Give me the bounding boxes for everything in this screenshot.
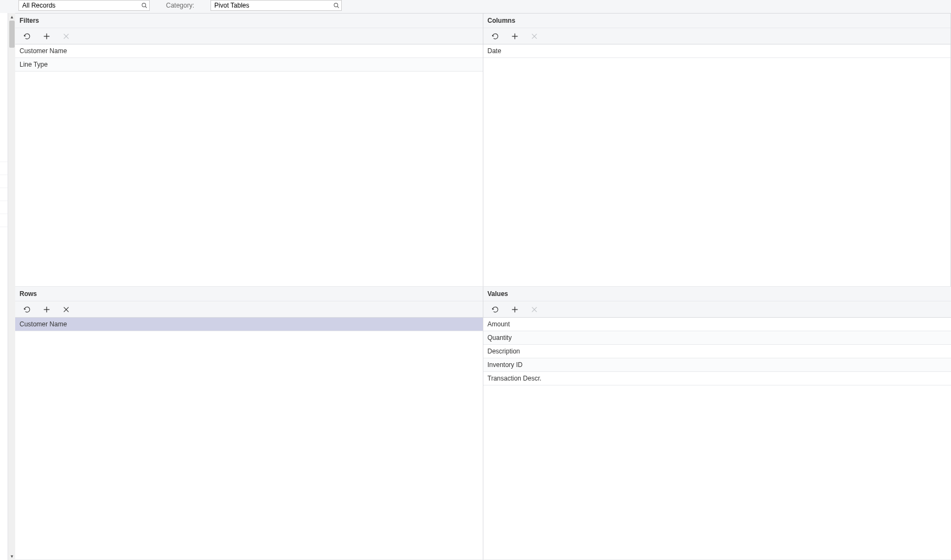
refresh-icon[interactable] xyxy=(23,305,31,314)
scroll-thumb[interactable] xyxy=(9,21,15,48)
filters-body: Customer NameLine Type xyxy=(15,44,483,286)
svg-line-1 xyxy=(145,7,147,8)
columns-body: Date xyxy=(483,44,951,286)
category-input-wrapper xyxy=(210,0,342,11)
scroll-down-icon[interactable]: ▼ xyxy=(8,552,16,560)
filters-toolbar xyxy=(15,28,483,44)
columns-panel: Columns Date xyxy=(483,14,952,287)
search-icon[interactable] xyxy=(141,2,148,9)
rows-header: Rows xyxy=(15,287,483,301)
list-item[interactable]: Inventory ID xyxy=(483,358,952,372)
search-icon[interactable] xyxy=(333,2,340,9)
list-item[interactable]: Date xyxy=(483,44,951,58)
values-panel: Values AmountQuantityDescriptionInventor… xyxy=(483,287,952,560)
add-icon[interactable] xyxy=(510,32,519,41)
left-sidebar: ▲ ▼ xyxy=(0,13,15,560)
delete-icon xyxy=(530,32,539,41)
values-body: AmountQuantityDescriptionInventory IDTra… xyxy=(483,318,952,559)
list-item[interactable]: Quantity xyxy=(483,331,952,345)
rows-toolbar xyxy=(15,301,483,318)
list-item[interactable]: Description xyxy=(483,345,952,358)
svg-point-2 xyxy=(334,3,338,7)
list-item[interactable]: Amount xyxy=(483,318,952,331)
delete-icon[interactable] xyxy=(62,305,71,314)
list-item[interactable]: Customer Name xyxy=(15,44,483,58)
rows-panel: Rows Customer Name xyxy=(15,287,483,560)
add-icon[interactable] xyxy=(510,305,519,314)
refresh-icon[interactable] xyxy=(491,32,500,41)
add-icon[interactable] xyxy=(42,305,51,314)
category-input[interactable] xyxy=(210,0,342,11)
delete-icon xyxy=(62,32,71,41)
columns-toolbar xyxy=(483,28,951,44)
top-bar: Category: xyxy=(0,0,951,13)
svg-line-3 xyxy=(337,7,339,8)
list-item[interactable]: Transaction Descr. xyxy=(483,372,952,385)
refresh-icon[interactable] xyxy=(23,32,31,41)
columns-header: Columns xyxy=(483,14,951,28)
values-toolbar xyxy=(483,301,952,318)
records-input[interactable] xyxy=(18,0,150,11)
filters-header: Filters xyxy=(15,14,483,28)
sidebar-scrollbar[interactable]: ▲ ▼ xyxy=(8,13,15,560)
add-icon[interactable] xyxy=(42,32,51,41)
rows-body: Customer Name xyxy=(15,318,483,559)
left-lines xyxy=(0,162,8,240)
scroll-up-icon[interactable]: ▲ xyxy=(8,13,16,21)
list-item[interactable]: Line Type xyxy=(15,58,483,72)
filters-panel: Filters Customer NameLine Type xyxy=(15,14,483,287)
records-input-wrapper xyxy=(18,0,150,11)
category-label: Category: xyxy=(166,2,194,9)
delete-icon xyxy=(530,305,539,314)
values-header: Values xyxy=(483,287,952,301)
main-grid: Filters Customer NameLine Type Columns xyxy=(15,13,951,560)
list-item[interactable]: Customer Name xyxy=(15,318,483,331)
svg-point-0 xyxy=(142,3,146,7)
refresh-icon[interactable] xyxy=(491,305,500,314)
